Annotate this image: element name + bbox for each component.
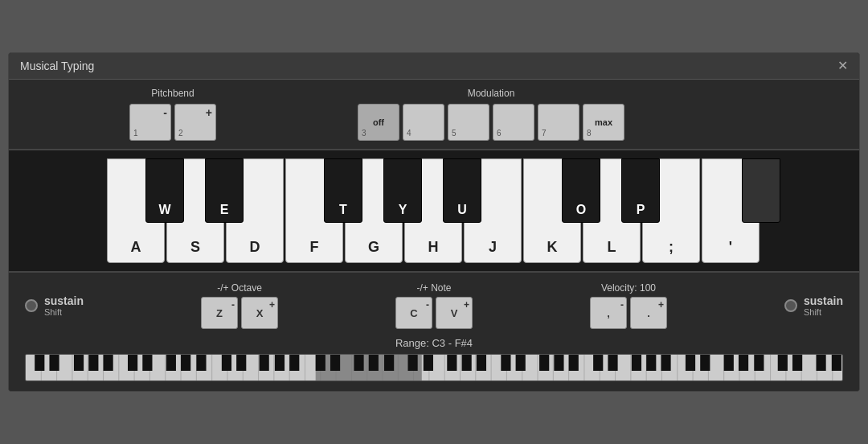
svg-rect-57 (104, 355, 113, 371)
svg-rect-82 (554, 355, 563, 371)
svg-rect-56 (88, 355, 98, 371)
piano-keyboard: A S D F G H J (17, 158, 851, 263)
svg-rect-77 (462, 355, 472, 371)
svg-rect-93 (754, 355, 764, 371)
svg-rect-96 (816, 355, 825, 371)
note-btns: C - V + (395, 297, 473, 329)
bottom-section: sustain Shift -/+ Octave Z - X + (9, 273, 859, 391)
svg-rect-69 (316, 355, 326, 371)
close-button[interactable]: ✕ (837, 60, 848, 72)
svg-rect-75 (424, 355, 433, 371)
mini-piano[interactable]: // Will be rendered as static divs below (25, 354, 843, 381)
pitchbend-key-1[interactable]: - 1 (129, 104, 171, 141)
svg-rect-64 (236, 355, 246, 371)
svg-rect-66 (275, 355, 285, 371)
note-plus-key[interactable]: V + (436, 297, 473, 329)
sustain-label-right: sustain Shift (804, 294, 843, 317)
svg-rect-78 (477, 355, 486, 371)
svg-rect-87 (646, 355, 656, 371)
note-control: -/+ Note C - V + (395, 282, 473, 329)
sustain-text-left: sustain (44, 294, 84, 307)
shift-text-left: Shift (44, 307, 84, 317)
octave-control: -/+ Octave Z - X + (201, 282, 278, 329)
svg-rect-73 (384, 355, 394, 371)
svg-rect-80 (516, 355, 526, 371)
svg-rect-71 (354, 355, 363, 371)
velocity-plus-key[interactable]: . + (630, 297, 667, 329)
mod-key-3[interactable]: off 3 (358, 104, 399, 141)
svg-rect-54 (49, 355, 59, 371)
svg-rect-91 (724, 355, 734, 371)
mod-key-6[interactable]: 6 (493, 104, 534, 141)
sustain-left: sustain Shift (25, 294, 84, 317)
svg-rect-83 (569, 355, 579, 371)
top-section: Pitchbend - 1 + 2 Modulation (9, 80, 859, 149)
modulation-keys: off 3 4 5 6 7 max (358, 104, 624, 141)
octave-label: -/+ Octave (217, 282, 262, 294)
svg-rect-92 (739, 355, 748, 371)
svg-rect-76 (447, 355, 457, 371)
sustain-dot-right (784, 299, 797, 312)
pitchbend-key-2[interactable]: + 2 (174, 104, 216, 141)
sustain-right: sustain Shift (784, 294, 843, 317)
modulation-label: Modulation (468, 88, 515, 99)
controls-row: sustain Shift -/+ Octave Z - X + (25, 282, 843, 329)
svg-rect-90 (700, 355, 710, 371)
velocity-label: Velocity: 100 (601, 282, 656, 294)
white-keys: A S D F G H J (107, 158, 761, 263)
black-key-w[interactable]: W (145, 158, 184, 223)
svg-rect-84 (593, 355, 603, 371)
svg-rect-89 (686, 355, 695, 371)
svg-rect-65 (260, 355, 269, 371)
svg-rect-81 (539, 355, 549, 371)
svg-rect-62 (196, 355, 206, 371)
shift-text-right: Shift (804, 307, 843, 317)
svg-rect-55 (74, 355, 84, 371)
musical-typing-window: Musical Typing ✕ Pitchbend - 1 + 2 (8, 52, 860, 392)
sustain-label-left: sustain Shift (44, 294, 84, 317)
mod-key-7[interactable]: 7 (538, 104, 579, 141)
pitchbend-keys: - 1 + 2 (129, 104, 216, 141)
black-key-o[interactable]: O (562, 158, 600, 223)
svg-rect-95 (792, 355, 802, 371)
sustain-dot-left (25, 299, 38, 312)
octave-plus-key[interactable]: X + (241, 297, 278, 329)
svg-rect-67 (289, 355, 299, 371)
svg-rect-61 (181, 355, 190, 371)
velocity-minus-key[interactable]: , - (590, 297, 627, 329)
svg-rect-74 (407, 355, 417, 371)
mod-key-4[interactable]: 4 (403, 104, 444, 141)
note-minus-key[interactable]: C - (395, 297, 432, 329)
svg-rect-79 (501, 355, 510, 371)
mod-key-5[interactable]: 5 (448, 104, 489, 141)
sustain-text-right: sustain (804, 294, 843, 307)
range-section: Range: C3 - F#4 // Will be rendered as s… (25, 337, 843, 381)
window-title: Musical Typing (20, 60, 94, 72)
black-key-u[interactable]: U (443, 158, 481, 223)
svg-rect-70 (330, 355, 340, 371)
note-label: -/+ Note (416, 282, 451, 294)
mod-key-8[interactable]: max 8 (583, 104, 624, 141)
piano-section: A S D F G H J (9, 149, 859, 273)
svg-rect-63 (222, 355, 231, 371)
svg-rect-58 (128, 355, 137, 371)
svg-rect-86 (632, 355, 641, 371)
mini-piano-svg (26, 355, 842, 381)
black-key-y[interactable]: Y (383, 158, 422, 223)
svg-rect-60 (166, 355, 176, 371)
pitchbend-label: Pitchbend (151, 88, 194, 99)
black-key-t[interactable]: T (324, 158, 362, 223)
svg-rect-85 (608, 355, 617, 371)
octave-minus-key[interactable]: Z - (201, 297, 238, 329)
range-label: Range: C3 - F#4 (25, 337, 843, 349)
svg-rect-97 (832, 355, 841, 371)
velocity-btns: , - . + (590, 297, 667, 329)
svg-rect-59 (142, 355, 152, 371)
black-key-e[interactable]: E (205, 158, 244, 223)
svg-rect-53 (35, 355, 44, 371)
octave-btns: Z - X + (201, 297, 278, 329)
velocity-control: Velocity: 100 , - . + (590, 282, 667, 329)
black-key-p[interactable]: P (621, 158, 660, 223)
svg-rect-88 (661, 355, 670, 371)
black-key-extra[interactable] (742, 158, 780, 223)
